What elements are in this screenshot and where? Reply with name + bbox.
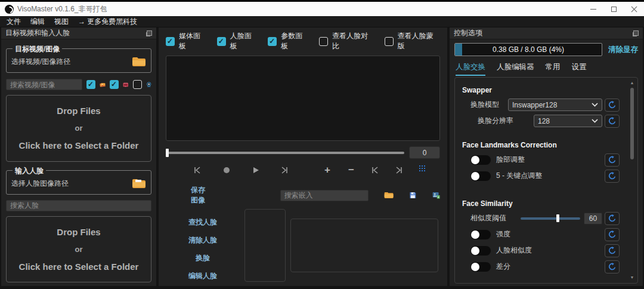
- preview-panel: 媒体面板 人脸面板 参数面板 查看人脸对比 查看人脸蒙版 0: [159, 27, 447, 286]
- prev-marker-button[interactable]: [367, 165, 383, 176]
- menu-more-freebies[interactable]: → 更多免费黑科技: [74, 16, 141, 27]
- search-media-input[interactable]: [6, 79, 82, 90]
- swap-resolution-select[interactable]: 128: [534, 115, 602, 127]
- target-path-row[interactable]: 选择视频/图像路径: [11, 56, 146, 67]
- images-icon: [100, 80, 106, 90]
- video-preview[interactable]: [166, 56, 440, 141]
- reset-button[interactable]: [605, 228, 620, 241]
- record-button[interactable]: [219, 165, 234, 176]
- seek-slider[interactable]: [166, 152, 404, 154]
- grid-view-icon[interactable]: [415, 165, 431, 176]
- face-compare-checkbox[interactable]: [319, 37, 328, 46]
- skip-to-end-button[interactable]: [277, 165, 292, 176]
- reset-button[interactable]: [605, 153, 620, 167]
- minimize-icon: [590, 9, 596, 10]
- detected-faces-box[interactable]: [244, 209, 286, 282]
- close-button[interactable]: [624, 2, 644, 16]
- swap-model-select[interactable]: Inswapper128: [508, 99, 602, 111]
- face-adjust-toggle[interactable]: [470, 155, 491, 165]
- folder-icon[interactable]: [132, 56, 146, 67]
- filter-videos-checkbox[interactable]: [110, 80, 119, 89]
- params-panel-label: 参数面板: [281, 31, 309, 51]
- menubar: 文件 编辑 视图 → 更多免费黑科技: [0, 16, 644, 27]
- save-icon[interactable]: [409, 190, 417, 201]
- reset-button[interactable]: [605, 212, 620, 225]
- media-panel-checkbox[interactable]: [166, 37, 175, 46]
- strength-label: 强度: [496, 229, 510, 239]
- search-embeddings-input[interactable]: [280, 190, 369, 201]
- undock-icon[interactable]: [147, 30, 152, 36]
- add-marker-button[interactable]: +: [320, 165, 335, 176]
- settings-scrollbar[interactable]: ▲ ▼: [630, 80, 634, 281]
- folder-icon[interactable]: [132, 178, 146, 189]
- skip-to-start-button[interactable]: [190, 165, 205, 176]
- menu-edit[interactable]: 编辑: [26, 16, 49, 27]
- scroll-down-icon[interactable]: ▼: [630, 275, 634, 281]
- keypoints-adjust-toggle[interactable]: [470, 171, 491, 181]
- app-logo-icon: [5, 5, 14, 14]
- minimize-button[interactable]: [583, 2, 603, 16]
- clear-vram-button[interactable]: 清除显存: [608, 45, 638, 55]
- next-marker-button[interactable]: [391, 165, 407, 176]
- faces-panel-label: 人脸面板: [230, 31, 259, 51]
- face-adjust-row: 脸部调整: [461, 152, 620, 168]
- faces-path-text[interactable]: 选择人脸图像路径: [11, 179, 132, 189]
- search-faces-input[interactable]: [6, 200, 151, 211]
- faces-path-row[interactable]: 选择人脸图像路径: [11, 178, 146, 189]
- scroll-up-icon[interactable]: ▲: [630, 80, 634, 86]
- tab-face-swap[interactable]: 人脸交换: [456, 62, 485, 76]
- reset-button[interactable]: [605, 260, 620, 273]
- seek-handle[interactable]: [166, 149, 169, 157]
- menu-file[interactable]: 文件: [2, 16, 25, 27]
- scrollbar-thumb[interactable]: [630, 88, 634, 159]
- tab-face-editor[interactable]: 人脸编辑器: [497, 62, 534, 76]
- frame-number-box[interactable]: 0: [409, 146, 440, 159]
- face-mask-view-checkbox[interactable]: [385, 37, 394, 46]
- keypoints-adjust-row: 5 - 关键点调整: [461, 168, 620, 184]
- edit-faces-button[interactable]: 编辑人脸: [177, 271, 229, 281]
- undock-icon[interactable]: [633, 30, 639, 36]
- right-panel-title: 控制选项: [454, 28, 482, 38]
- filter-images-checkbox[interactable]: [86, 80, 95, 89]
- filter-webcam-checkbox[interactable]: [133, 80, 142, 89]
- reset-button[interactable]: [605, 244, 620, 257]
- face-similarity-toggle[interactable]: [470, 246, 491, 256]
- target-path-text[interactable]: 选择视频/图像路径: [11, 57, 132, 67]
- differencing-toggle[interactable]: [470, 262, 491, 272]
- film-icon: [123, 80, 128, 90]
- maximize-button[interactable]: [603, 2, 624, 16]
- clear-faces-button[interactable]: 清除人脸: [177, 235, 229, 245]
- media-filter-row: [6, 79, 151, 90]
- faces-panel-checkbox[interactable]: [217, 37, 226, 46]
- embeddings-list-box[interactable]: [290, 219, 438, 272]
- params-panel-checkbox[interactable]: [268, 37, 277, 46]
- save-image-button[interactable]: 保存图像: [191, 185, 211, 205]
- menu-view[interactable]: 视图: [50, 16, 73, 27]
- similarity-threshold-label: 相似度阈值: [470, 213, 506, 223]
- drop-or-text: or: [75, 124, 83, 133]
- save-image-icon[interactable]: [432, 190, 440, 201]
- find-faces-button[interactable]: 查找人脸: [177, 217, 229, 227]
- target-drop-zone[interactable]: Drop Files or Click here to Select a Fol…: [6, 95, 151, 162]
- reset-button[interactable]: [605, 170, 620, 183]
- similarity-threshold-value[interactable]: 60: [584, 213, 602, 225]
- reset-button[interactable]: [605, 99, 620, 112]
- reset-button[interactable]: [605, 115, 620, 128]
- remove-marker-button[interactable]: −: [343, 165, 359, 176]
- open-folder-icon[interactable]: [384, 190, 394, 201]
- slider-handle[interactable]: [556, 214, 559, 222]
- drop-files-text: Drop Files: [57, 227, 100, 237]
- strength-toggle[interactable]: [470, 230, 491, 239]
- swap-resolution-label: 换脸分辨率: [478, 116, 513, 126]
- faces-drop-zone[interactable]: Drop Files or Click here to Select a Fol…: [6, 216, 151, 283]
- similarity-threshold-slider[interactable]: [521, 217, 580, 220]
- titlebar: VisoMaster v0.1.6_非哥打包: [0, 2, 644, 16]
- tab-settings[interactable]: 设置: [572, 62, 587, 76]
- save-row: 保存图像: [166, 185, 440, 205]
- center-panel-body: 媒体面板 人脸面板 参数面板 查看人脸对比 查看人脸蒙版 0: [159, 27, 447, 286]
- tab-common[interactable]: 常用: [546, 62, 561, 76]
- faces-workspace: 查找人脸 清除人脸 换脸 编辑人脸: [166, 208, 440, 286]
- play-button[interactable]: [248, 165, 264, 176]
- swap-faces-button[interactable]: 换脸: [177, 253, 229, 263]
- vram-progressbar: 0.38 GB / 8.0 GB (4%): [454, 43, 602, 56]
